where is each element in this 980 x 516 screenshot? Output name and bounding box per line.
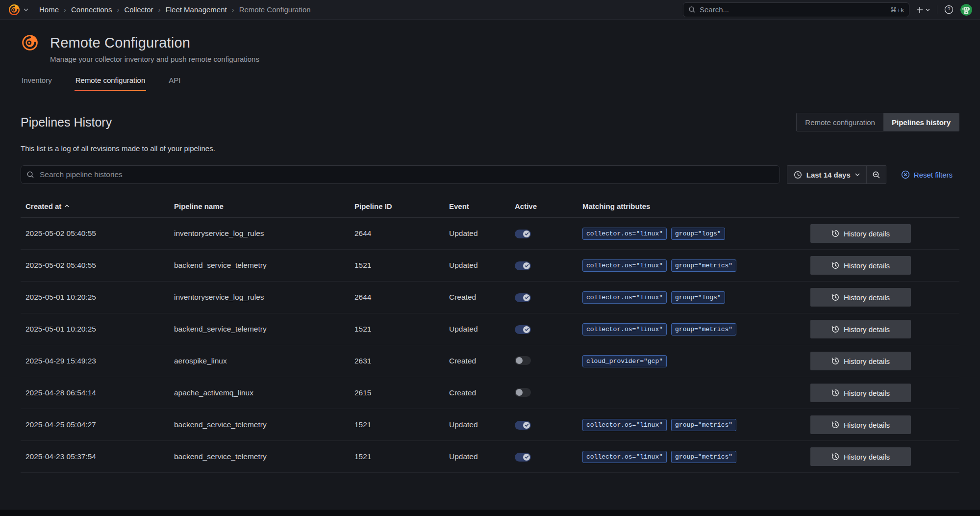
col-header-created-at[interactable]: Created at: [25, 202, 174, 210]
history-details-button[interactable]: History details: [810, 447, 911, 466]
event-cell: Updated: [449, 420, 515, 429]
created-at-cell: 2025-05-01 10:20:25: [25, 325, 174, 334]
view-option-remote-configuration[interactable]: Remote configuration: [797, 113, 883, 131]
history-details-button[interactable]: History details: [810, 256, 911, 275]
pipeline-name-cell: inventoryservice_log_rules: [174, 229, 354, 238]
search-icon: [688, 6, 696, 13]
pipeline-name-cell: apache_activemq_linux: [174, 388, 354, 397]
matching-attributes-cell: collector.os="linux"group="metrics": [582, 419, 810, 431]
event-cell: Updated: [449, 452, 515, 461]
matching-attributes-cell: cloud_provider="gcp": [582, 355, 810, 367]
global-search-input[interactable]: [700, 5, 886, 14]
breadcrumb-fleet-management[interactable]: Fleet Management: [166, 5, 227, 14]
breadcrumb-separator: ›: [232, 5, 234, 14]
tab-remote-configuration[interactable]: Remote configuration: [75, 76, 147, 91]
breadcrumb-collector[interactable]: Collector: [124, 5, 153, 14]
page-header: Remote Configuration: [21, 33, 959, 52]
history-details-button[interactable]: History details: [810, 320, 911, 338]
history-icon: [831, 293, 839, 301]
table-row: 2025-05-02 05:40:55 backend_service_tele…: [21, 249, 959, 281]
pipeline-id-cell: 2615: [354, 388, 449, 397]
active-cell: [515, 420, 582, 430]
attribute-badge: group="logs": [671, 291, 725, 304]
matching-attributes-cell: collector.os="linux"group="metrics": [582, 323, 810, 335]
pipeline-id-cell: 2644: [354, 229, 449, 238]
history-icon: [831, 421, 839, 429]
tab-api[interactable]: API: [168, 76, 181, 91]
history-details-label: History details: [844, 421, 890, 429]
pipeline-name-cell: backend_service_telemetry: [174, 325, 354, 334]
view-toggle-group: Remote configuration Pipelines history: [796, 113, 959, 131]
check-icon: [525, 232, 529, 235]
active-toggle[interactable]: [515, 388, 531, 397]
zoom-out-time-range-button[interactable]: [866, 166, 886, 183]
time-range-button[interactable]: Last 14 days: [787, 166, 866, 183]
attribute-badge: group="metrics": [671, 451, 736, 463]
active-cell: [515, 452, 582, 462]
toggle-knob: [523, 454, 530, 461]
page-subtitle: Manage your collector inventory and push…: [50, 55, 959, 63]
event-cell: Updated: [449, 229, 515, 238]
view-option-pipelines-history[interactable]: Pipelines history: [883, 113, 959, 131]
table-body: 2025-05-02 05:40:55 inventoryservice_log…: [21, 217, 959, 472]
toggle-knob: [516, 357, 523, 364]
history-details-button[interactable]: History details: [810, 288, 911, 307]
active-toggle[interactable]: [515, 261, 531, 270]
search-icon: [26, 171, 34, 179]
active-toggle[interactable]: [515, 230, 531, 238]
pipeline-id-cell: 2644: [354, 293, 449, 302]
breadcrumb-connections[interactable]: Connections: [71, 5, 112, 14]
history-icon: [831, 357, 839, 365]
active-toggle[interactable]: [515, 453, 531, 462]
history-details-label: History details: [844, 293, 890, 302]
page-content: Remote Configuration Manage your collect…: [0, 20, 980, 510]
pipeline-history-search-input[interactable]: [21, 165, 780, 184]
reset-filters-button[interactable]: Reset filters: [901, 170, 953, 179]
matching-attributes-cell: collector.os="linux"group="logs": [582, 228, 810, 240]
help-icon: ?: [944, 5, 954, 14]
table-row: 2025-04-29 15:49:23 aerospike_linux 2631…: [21, 345, 959, 377]
history-details-button[interactable]: History details: [810, 352, 911, 370]
attribute-badge: group="metrics": [671, 323, 736, 335]
tab-inventory[interactable]: Inventory: [21, 76, 53, 91]
org-switcher[interactable]: [8, 3, 28, 16]
table-row: 2025-05-02 05:40:55 inventoryservice_log…: [21, 217, 959, 249]
attribute-badge: collector.os="linux": [582, 259, 667, 272]
event-cell: Created: [449, 388, 515, 397]
attribute-badge: collector.os="linux": [582, 419, 667, 431]
chevron-down-icon: [855, 173, 860, 176]
history-details-label: History details: [844, 453, 890, 461]
table-row: 2025-05-01 10:20:25 backend_service_tele…: [21, 313, 959, 345]
active-toggle[interactable]: [515, 325, 531, 334]
zoom-out-icon: [872, 171, 880, 179]
matching-attributes-cell: collector.os="linux"group="metrics": [582, 451, 810, 463]
history-details-label: History details: [844, 325, 890, 334]
pipeline-name-cell: backend_service_telemetry: [174, 420, 354, 429]
time-range-picker: Last 14 days: [787, 165, 886, 184]
user-avatar[interactable]: [960, 4, 972, 16]
active-cell: [515, 388, 582, 398]
new-button[interactable]: [916, 6, 930, 13]
global-search-box[interactable]: ⌘+k: [683, 2, 909, 17]
help-button[interactable]: ?: [944, 5, 954, 14]
active-cell: [515, 292, 582, 302]
topbar-divider: [937, 5, 937, 14]
section-title: Pipelines History: [21, 115, 112, 129]
active-toggle[interactable]: [515, 356, 531, 365]
time-range-label: Last 14 days: [806, 171, 851, 179]
history-icon: [831, 261, 839, 269]
breadcrumb-home[interactable]: Home: [39, 5, 59, 14]
active-cell: [515, 324, 582, 334]
top-navigation-bar: Home › Connections › Collector › Fleet M…: [0, 0, 980, 20]
history-details-button[interactable]: History details: [810, 224, 911, 243]
collector-app-icon: [21, 33, 39, 52]
svg-text:?: ?: [948, 7, 951, 12]
active-toggle[interactable]: [515, 293, 531, 302]
sort-ascending-icon: [65, 205, 69, 207]
active-toggle[interactable]: [515, 421, 531, 430]
attribute-badge: group="metrics": [671, 419, 736, 431]
pipeline-id-cell: 2631: [354, 357, 449, 365]
reset-filters-label: Reset filters: [914, 171, 953, 179]
history-details-button[interactable]: History details: [810, 415, 911, 434]
history-details-button[interactable]: History details: [810, 384, 911, 402]
